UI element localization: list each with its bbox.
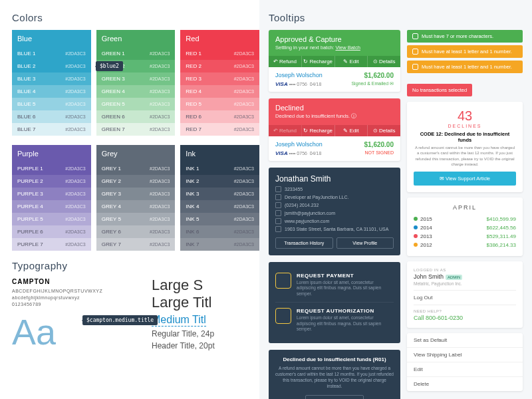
swatch-row[interactable]: GREEN 1#2DA3C3: [96, 47, 176, 60]
swatch-column-header: Ink: [180, 145, 259, 162]
action-button[interactable]: ⊙ Details: [368, 125, 400, 136]
menu-item[interactable]: Set as Default: [407, 333, 523, 348]
transaction-amount: $1,620.00: [364, 141, 394, 148]
header-title: Header Title, 20pt: [152, 341, 215, 350]
large-title: Large Titl: [152, 294, 215, 311]
error-heading: Declined due to insuffiecient funds (R01…: [275, 356, 394, 362]
transaction-history-button[interactable]: Transaction History: [275, 237, 333, 249]
swatch-row[interactable]: GREY 2#2DA3C3: [96, 175, 176, 188]
swatch-row[interactable]: GREY 5#2DA3C3: [96, 213, 176, 225]
action-button[interactable]: ↻ Recharge: [302, 125, 335, 136]
year-row: 2013$529,311.49: [414, 232, 516, 241]
swatch-row[interactable]: RED 5#2DA3C3: [180, 98, 259, 110]
swatch-row[interactable]: GREY 1#2DA3C3: [96, 162, 176, 175]
swatch-row[interactable]: GREEN 6#2DA3C3: [96, 110, 176, 123]
swatch-row[interactable]: INK 4#2DA3C3: [180, 200, 259, 213]
swatch-row[interactable]: GREY 6#2DA3C3: [96, 225, 176, 238]
swatch-row[interactable]: GREY 4#2DA3C3: [96, 200, 176, 213]
warning-icon: [412, 64, 418, 70]
year-row: 2012$386,214.33: [414, 241, 516, 249]
swatch-row[interactable]: INK 1#2DA3C3: [180, 162, 259, 175]
view-support-button[interactable]: View Support Article: [305, 395, 364, 399]
logout-link[interactable]: Log Out: [414, 295, 516, 301]
swatch-row[interactable]: PURPLE 7#2DA3C3: [12, 238, 91, 251]
swatch-row[interactable]: BLUE 5#2DA3C3: [12, 98, 91, 110]
swatch-column-header: Purple: [12, 145, 91, 162]
swatch-row[interactable]: GREEN 7#2DA3C3: [96, 123, 176, 136]
month-heading: APRIL: [414, 204, 516, 211]
view-profile-button[interactable]: View Profile: [336, 237, 394, 249]
customer-name-link[interactable]: Joseph Wolschon: [275, 72, 323, 79]
support-message-card: Declined due to insuffiecient funds (R01…: [269, 350, 400, 399]
alphabet-lower: abcdefghijklmnopqrstuvwxyz: [12, 295, 259, 301]
swatch-row[interactable]: BLUE 2#2DA3C3: [12, 60, 91, 72]
request-item[interactable]: REQUEST PAYMENTLorem ipsum dolor sit ame…: [275, 267, 394, 303]
font-name: CAMPTON: [12, 278, 259, 285]
swatch-row[interactable]: INK 5#2DA3C3: [180, 213, 259, 225]
need-help-label: NEED HELP?: [414, 309, 516, 313]
menu-item[interactable]: Edit: [407, 362, 523, 377]
action-button[interactable]: ↶ Refund: [269, 56, 302, 67]
decline-text: A refund amount cannot be more than you …: [414, 145, 516, 168]
swatch-row[interactable]: BLUE 1#2DA3C3: [12, 47, 91, 60]
view-support-article-button[interactable]: ✉ View Support Article: [414, 172, 516, 186]
swatch-row[interactable]: BLUE 7#2DA3C3: [12, 123, 91, 136]
swatch-row[interactable]: INK 6#2DA3C3: [180, 225, 259, 238]
action-button[interactable]: ✎ Edit: [335, 56, 368, 67]
shield-icon: [275, 273, 291, 289]
swatch-row[interactable]: RED 3#2DA3C3: [180, 72, 259, 85]
swatch-row[interactable]: PURPLE 3#2DA3C3: [12, 188, 91, 200]
swatch-row[interactable]: RED 7#2DA3C3: [180, 123, 259, 136]
swatch-row[interactable]: INK 2#2DA3C3: [180, 175, 259, 188]
view-batch-link[interactable]: View Batch: [335, 45, 360, 51]
swatch-row[interactable]: RED 2#2DA3C3: [180, 60, 259, 72]
decline-count: 43: [414, 108, 516, 124]
action-button[interactable]: ↻ Recharge: [302, 56, 335, 67]
context-menu: Set as DefaultView Shipping LabelEditDel…: [407, 333, 523, 391]
swatch-row[interactable]: PURPLE 2#2DA3C3: [12, 175, 91, 188]
no-transactions-banner: No transactions selected: [407, 84, 472, 96]
action-button[interactable]: ✎ Edit: [335, 125, 368, 136]
swatch-row[interactable]: BLUE 4#2DA3C3: [12, 85, 91, 98]
declined-card: Declined Declined due to insufficient fu…: [269, 98, 400, 161]
swatch-row[interactable]: PURPLE 6#2DA3C3: [12, 225, 91, 238]
swatch-grid-a: BlueBLUE 1#2DA3C3BLUE 2#2DA3C3BLUE 3#2DA…: [12, 30, 259, 136]
decline-label: DECLINES: [414, 124, 516, 128]
swatch-row[interactable]: BLUE 3#2DA3C3: [12, 72, 91, 85]
login-card: LOGGED IN AS John SmithADMIN Metatric, P…: [407, 261, 523, 328]
action-button[interactable]: ⊙ Details: [368, 56, 400, 67]
tooltips-heading: Tooltips: [269, 12, 523, 23]
swatch-row[interactable]: RED 4#2DA3C3: [180, 85, 259, 98]
globe-icon: [275, 218, 281, 224]
swatch-row[interactable]: INK 3#2DA3C3: [180, 188, 259, 200]
swatch-row[interactable]: PURPLE 4#2DA3C3: [12, 200, 91, 213]
swatch-column-header: Red: [180, 30, 259, 47]
swatch-row[interactable]: GREEN 3#2DA3C3: [96, 72, 176, 85]
declines-info-card: 43 DECLINES CODE 12: Declined due to ins…: [407, 102, 523, 192]
request-item[interactable]: REQUEST AUTHORIZATIONLorem ipsum dolor s…: [275, 303, 394, 337]
swatch-row[interactable]: RED 6#2DA3C3: [180, 110, 259, 123]
customer-name-link[interactable]: Joseph Wolschon: [275, 141, 323, 148]
menu-item[interactable]: View Shipping Label: [407, 348, 523, 362]
support-phone[interactable]: Call 800-601-0230: [414, 315, 516, 321]
swatch-row[interactable]: PURPLE 5#2DA3C3: [12, 213, 91, 225]
not-signed-status: NOT SIGNED: [365, 150, 394, 156]
swatch-row[interactable]: PURPLE 1#2DA3C3: [12, 162, 91, 175]
swatch-row[interactable]: INK 7#2DA3C3: [180, 238, 259, 251]
menu-item[interactable]: Delete: [407, 377, 523, 391]
swatch-row[interactable]: GREEN 5#2DA3C3: [96, 98, 176, 110]
swatch-column-header: Green: [96, 30, 176, 47]
error-body: A refund amount cannot be more than you …: [275, 365, 394, 389]
user-meta: Metatric, Payjunction Inc.: [414, 281, 516, 286]
swatch-row[interactable]: RED 1#2DA3C3: [180, 47, 259, 60]
swatch-row[interactable]: BLUE 6#2DA3C3: [12, 110, 91, 123]
validation-hint: Must have at least 1 letter and 1 number…: [407, 45, 523, 58]
typography-heading: Typography: [12, 260, 259, 271]
action-button[interactable]: ↶ Refund: [269, 125, 302, 136]
swatch-row[interactable]: GREY 7#2DA3C3: [96, 238, 176, 251]
year-row: 2014$622,445.56: [414, 223, 516, 232]
swatch-row[interactable]: GREY 3#2DA3C3: [96, 188, 176, 200]
card-details: VISA VISA •••• 0756 04/18 •••• 0756 04/1…: [275, 81, 321, 87]
swatch-row[interactable]: GREEN 4#2DA3C3: [96, 85, 176, 98]
approved-card: Approved & Capture Settling in your next…: [269, 30, 400, 92]
